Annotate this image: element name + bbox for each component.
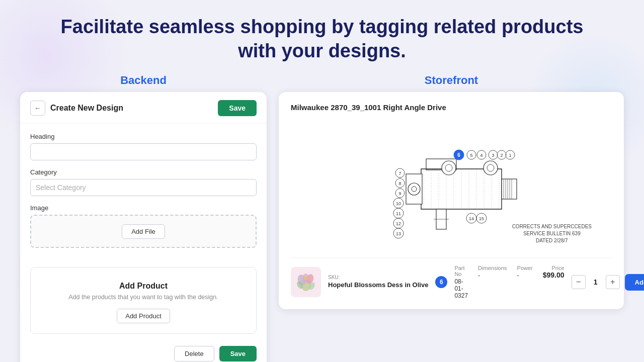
svg-text:2: 2 bbox=[500, 153, 503, 158]
add-product-desc: Add the products that you want to tag wi… bbox=[41, 294, 246, 301]
svg-text:12: 12 bbox=[396, 221, 401, 226]
svg-text:6: 6 bbox=[457, 152, 460, 158]
header-left: ← Create New Design bbox=[30, 101, 123, 116]
category-select[interactable]: Select Category bbox=[30, 179, 257, 196]
diagram-note: CORRECTS AND SUPERCCEDES SERVICE BULLETI… bbox=[512, 223, 592, 244]
back-button[interactable]: ← bbox=[30, 101, 45, 116]
power-label: Power bbox=[517, 265, 533, 271]
storefront-label: Storefront bbox=[279, 74, 624, 87]
cart-controls: − 1 + Add to cart bbox=[572, 274, 644, 291]
category-group: Category Select Category bbox=[30, 168, 257, 196]
part-no-col: Part No 08-01-0327 bbox=[454, 265, 468, 299]
svg-point-58 bbox=[484, 161, 498, 175]
product-image bbox=[293, 269, 319, 295]
image-group: Image Add File bbox=[30, 204, 257, 248]
technical-diagram: 6 5 4 3 2 1 7 bbox=[371, 124, 532, 244]
dimensions-value: - bbox=[478, 272, 507, 279]
svg-text:10: 10 bbox=[396, 201, 401, 206]
page-headline: Facilitate seamless shopping by tagging … bbox=[20, 15, 624, 63]
product-sku: SKU: bbox=[328, 275, 428, 280]
quantity-value: 1 bbox=[591, 278, 601, 286]
save-top-button[interactable]: Save bbox=[218, 100, 257, 116]
add-product-button[interactable]: Add Product bbox=[117, 309, 170, 323]
price-label: Price bbox=[552, 265, 565, 271]
heading-label: Heading bbox=[30, 133, 257, 140]
storefront-card: Milwaukee 2870_39_1001 Right Angle Drive bbox=[279, 92, 624, 309]
price-value: $99.00 bbox=[543, 271, 565, 279]
svg-text:1: 1 bbox=[509, 153, 511, 158]
part-no-value: 08-01-0327 bbox=[454, 278, 468, 299]
svg-text:14: 14 bbox=[469, 216, 474, 221]
card-footer: Delete Save bbox=[20, 341, 267, 362]
product-meta: Part No 08-01-0327 Dimensions - Power - bbox=[454, 265, 564, 299]
backend-label: Backend bbox=[20, 74, 267, 87]
power-col: Power - bbox=[517, 265, 533, 279]
save-bottom-button[interactable]: Save bbox=[219, 346, 257, 361]
product-info: SKU: Hopeful Blossoms Dess in Olive bbox=[328, 275, 428, 290]
dimensions-col: Dimensions - bbox=[478, 265, 507, 279]
svg-text:13: 13 bbox=[396, 231, 401, 236]
add-to-cart-button[interactable]: Add to cart bbox=[625, 274, 644, 291]
quantity-increase-button[interactable]: + bbox=[606, 275, 620, 289]
power-value: - bbox=[517, 272, 533, 279]
card-title: Create New Design bbox=[50, 104, 123, 113]
diagram-area: 6 5 4 3 2 1 7 bbox=[291, 119, 612, 249]
svg-rect-21 bbox=[406, 174, 422, 204]
image-label: Image bbox=[30, 204, 257, 212]
image-dropzone[interactable]: Add File bbox=[30, 215, 257, 248]
product-badge: 6 bbox=[435, 276, 447, 288]
svg-rect-15 bbox=[502, 179, 517, 199]
heading-group: Heading bbox=[30, 133, 257, 160]
svg-text:7: 7 bbox=[398, 171, 401, 176]
svg-point-64 bbox=[304, 276, 308, 280]
price-col: Price $99.00 bbox=[543, 265, 565, 279]
product-name: Hopeful Blossoms Dess in Olive bbox=[328, 281, 428, 290]
svg-text:8: 8 bbox=[398, 181, 401, 186]
part-no-label: Part No bbox=[454, 265, 468, 277]
form-body: Heading Category Select Category Image A… bbox=[20, 124, 267, 263]
add-product-section: Add Product Add the products that you wa… bbox=[30, 267, 257, 334]
category-label: Category bbox=[30, 168, 257, 176]
add-file-button[interactable]: Add File bbox=[122, 224, 165, 239]
product-thumbnail bbox=[291, 267, 321, 297]
dimensions-label: Dimensions bbox=[478, 265, 507, 271]
card-header: ← Create New Design Save bbox=[20, 92, 267, 124]
storefront-column: Storefront Milwaukee 2870_39_1001 Right … bbox=[279, 74, 624, 309]
product-row: SKU: Hopeful Blossoms Dess in Olive 6 Pa… bbox=[291, 257, 612, 299]
add-product-title: Add Product bbox=[41, 282, 246, 291]
delete-button[interactable]: Delete bbox=[174, 346, 214, 361]
svg-text:5: 5 bbox=[470, 153, 472, 158]
heading-input[interactable] bbox=[30, 143, 257, 160]
svg-point-56 bbox=[442, 161, 456, 175]
svg-text:9: 9 bbox=[398, 191, 401, 196]
svg-text:11: 11 bbox=[396, 211, 401, 216]
svg-text:4: 4 bbox=[480, 153, 482, 158]
backend-column: Backend ← Create New Design Save Heading bbox=[20, 74, 267, 362]
backend-card: ← Create New Design Save Heading Categor… bbox=[20, 92, 267, 362]
svg-text:15: 15 bbox=[479, 216, 484, 221]
svg-text:3: 3 bbox=[492, 153, 494, 158]
quantity-decrease-button[interactable]: − bbox=[572, 275, 586, 289]
storefront-product-title: Milwaukee 2870_39_1001 Right Angle Drive bbox=[291, 103, 612, 112]
